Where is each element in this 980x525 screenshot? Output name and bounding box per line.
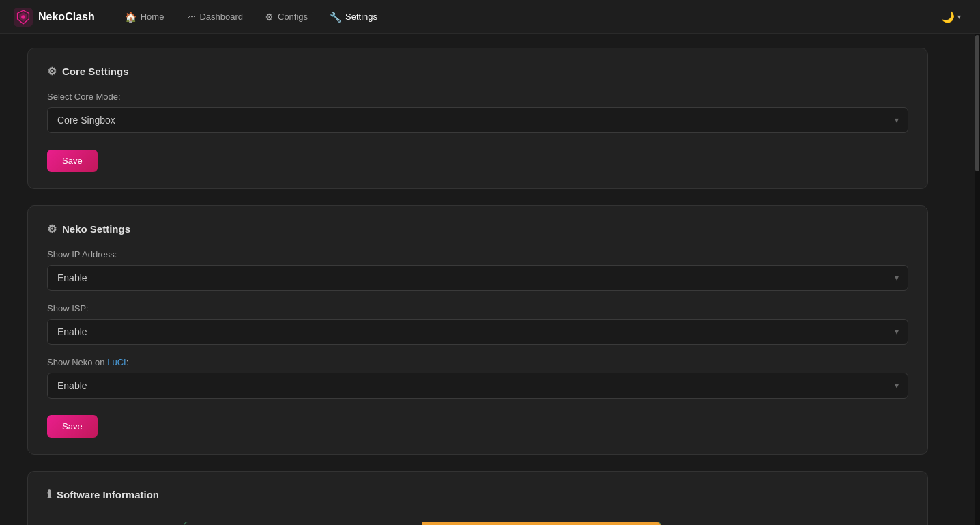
navbar: NekoClash 🏠 Home 〰 Dashboard ⚙ Configs 🔧… bbox=[0, 0, 980, 34]
show-isp-group: Show ISP: Enable Disable ▾ bbox=[47, 303, 908, 345]
core-settings-title: ⚙ Core Settings bbox=[47, 65, 908, 78]
nav-configs[interactable]: ⚙ Configs bbox=[255, 6, 317, 28]
dashboard-icon: 〰 bbox=[186, 12, 195, 23]
main-content: ⚙ Core Settings Select Core Mode: Core S… bbox=[0, 34, 955, 525]
configs-icon: ⚙ bbox=[265, 12, 274, 23]
core-mode-label: Select Core Mode: bbox=[47, 91, 908, 102]
brand-icon bbox=[14, 8, 33, 27]
brand: NekoClash bbox=[14, 8, 95, 27]
software-info-title: ℹ Software Information bbox=[47, 488, 908, 501]
moon-icon: 🌙 bbox=[941, 10, 955, 23]
show-isp-select[interactable]: Enable Disable bbox=[47, 319, 908, 345]
svg-point-3 bbox=[21, 15, 25, 19]
show-isp-label: Show ISP: bbox=[47, 303, 908, 313]
neko-settings-title: ⚙ Neko Settings bbox=[47, 223, 908, 236]
luci-link[interactable]: LuCI bbox=[107, 357, 126, 367]
scrollbar-track bbox=[975, 34, 980, 525]
show-neko-select[interactable]: Enable Disable bbox=[47, 373, 908, 399]
nav-links: 🏠 Home 〰 Dashboard ⚙ Configs 🔧 Settings bbox=[115, 6, 936, 28]
home-icon: 🏠 bbox=[125, 12, 136, 23]
show-ip-group: Show IP Address: Enable Disable ▾ bbox=[47, 249, 908, 291]
nav-settings[interactable]: 🔧 Settings bbox=[320, 6, 387, 28]
settings-icon: 🔧 bbox=[330, 12, 341, 23]
software-info-card: ℹ Software Information Auto Reload Firew… bbox=[27, 471, 928, 525]
core-mode-select-wrapper: Core Singbox Core Clash Core Mihomo ▾ bbox=[47, 107, 908, 133]
navbar-right: 🌙 ▾ bbox=[936, 6, 966, 27]
core-mode-select[interactable]: Core Singbox Core Clash Core Mihomo bbox=[47, 107, 908, 133]
core-settings-card: ⚙ Core Settings Select Core Mode: Core S… bbox=[27, 48, 928, 189]
auto-reload-row: Auto Reload Firewall Enable Disable bbox=[47, 515, 908, 525]
nav-home[interactable]: 🏠 Home bbox=[115, 6, 174, 28]
show-neko-select-wrapper: Enable Disable ▾ bbox=[47, 373, 908, 399]
show-neko-label: Show Neko on LuCI: bbox=[47, 357, 908, 367]
nav-dashboard[interactable]: 〰 Dashboard bbox=[176, 6, 253, 28]
show-ip-select[interactable]: Enable Disable bbox=[47, 265, 908, 291]
auto-reload-enable-button[interactable]: Enable bbox=[184, 522, 422, 525]
core-settings-icon: ⚙ bbox=[47, 65, 57, 78]
auto-reload-disable-button[interactable]: Disable bbox=[422, 522, 661, 525]
show-ip-label: Show IP Address: bbox=[47, 249, 908, 259]
brand-name: NekoClash bbox=[38, 11, 95, 23]
neko-settings-save-button[interactable]: Save bbox=[47, 415, 98, 438]
auto-reload-toggle-group: Enable Disable bbox=[184, 522, 661, 525]
core-settings-save-button[interactable]: Save bbox=[47, 150, 98, 172]
neko-settings-card: ⚙ Neko Settings Show IP Address: Enable … bbox=[27, 205, 928, 455]
chevron-down-icon: ▾ bbox=[957, 13, 961, 20]
show-isp-select-wrapper: Enable Disable ▾ bbox=[47, 319, 908, 345]
software-info-icon: ℹ bbox=[47, 488, 51, 501]
neko-settings-icon: ⚙ bbox=[47, 223, 57, 236]
core-mode-group: Select Core Mode: Core Singbox Core Clas… bbox=[47, 91, 908, 133]
theme-toggle[interactable]: 🌙 ▾ bbox=[936, 6, 966, 27]
show-ip-select-wrapper: Enable Disable ▾ bbox=[47, 265, 908, 291]
show-neko-group: Show Neko on LuCI: Enable Disable ▾ bbox=[47, 357, 908, 399]
scrollbar-thumb[interactable] bbox=[975, 35, 979, 171]
